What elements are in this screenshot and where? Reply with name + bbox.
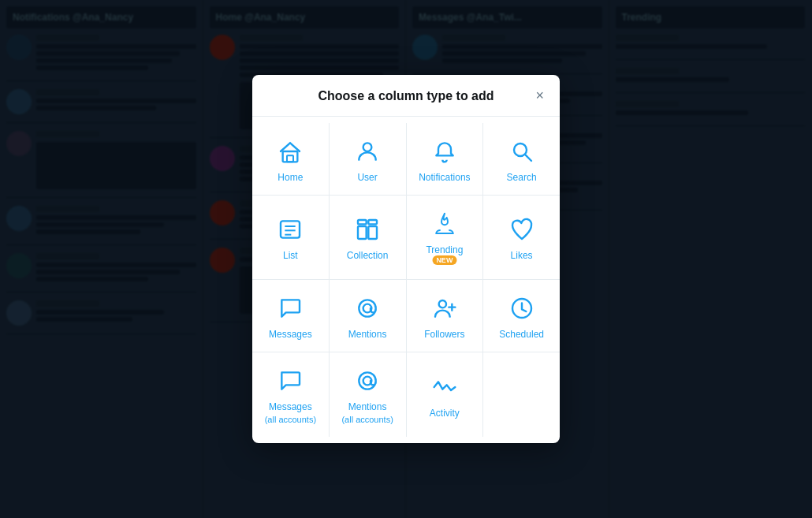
messages-all-label: Messages(all accounts) [265,401,316,426]
svg-rect-11 [358,220,367,224]
scheduled-label: Scheduled [499,329,544,341]
notifications-label: Notifications [419,172,470,184]
modal-item-activity[interactable]: Activity [407,352,484,437]
search-icon [508,137,536,166]
modal-item-mentions-all[interactable]: Mentions(all accounts) [330,352,407,437]
home-icon [276,137,304,166]
modal-row-1: Home User Notifications [252,123,560,196]
svg-point-3 [514,143,527,156]
mentions-all-label: Mentions(all accounts) [341,401,393,426]
modal-item-followers[interactable]: Followers [407,280,484,352]
modal-item-mentions[interactable]: Mentions [330,280,407,352]
collection-icon [353,215,382,244]
modal-grid: Home User Notifications [252,117,560,444]
modal-item-collection[interactable]: Collection [330,196,407,279]
user-label: User [357,172,377,184]
modal-item-likes[interactable]: Likes [483,196,560,279]
modal-item-home[interactable]: Home [252,123,330,196]
svg-rect-10 [368,226,377,239]
modal-close-button[interactable]: × [532,85,547,106]
svg-point-14 [439,300,446,307]
bell-icon [430,137,459,166]
modal-header: Choose a column type to add × [252,75,560,117]
modal-title: Choose a column type to add [318,89,494,103]
messages-all-icon [276,367,304,395]
list-icon [276,215,304,244]
user-icon [353,137,382,166]
messages-icon [276,294,304,322]
modal-item-trending[interactable]: Trending NEW [407,196,484,279]
modal-item-messages[interactable]: Messages [252,280,330,352]
mentions-all-icon [353,367,382,395]
modal-item-list[interactable]: List [252,196,330,279]
modal-row-2: List Collection Trending NEW [252,196,560,280]
activity-icon [430,373,459,401]
followers-label: Followers [424,329,464,341]
modal-item-search[interactable]: Search [483,123,560,196]
search-label: Search [507,172,537,184]
home-label: Home [277,172,303,184]
modal-row-4: Messages(all accounts) Mentions(all acco… [252,352,560,437]
modal-row-3: Messages Mentions Followers [252,280,560,353]
modal-dialog: Choose a column type to add × Home User [252,75,560,444]
collection-label: Collection [347,250,389,263]
modal-item-user[interactable]: User [330,123,407,196]
modal-item-messages-all[interactable]: Messages(all accounts) [252,352,330,437]
likes-icon [508,215,536,244]
svg-point-2 [363,143,372,151]
new-badge: NEW [432,255,456,265]
svg-rect-9 [358,226,367,239]
modal-overlay: Choose a column type to add × Home User [0,0,812,518]
mentions-icon [353,294,382,322]
mentions-label: Mentions [348,329,387,341]
modal-item-empty [483,352,560,437]
followers-icon [430,294,459,322]
svg-rect-12 [368,220,377,224]
svg-rect-1 [287,155,293,162]
likes-label: Likes [511,250,533,263]
svg-rect-0 [283,151,298,162]
modal-item-scheduled[interactable]: Scheduled [483,280,560,352]
svg-line-4 [525,155,531,160]
activity-label: Activity [430,408,460,420]
trending-icon [430,210,459,238]
list-label: List [283,250,298,263]
messages-label: Messages [269,329,312,341]
scheduled-icon [508,294,536,322]
modal-item-notifications[interactable]: Notifications [407,123,484,196]
